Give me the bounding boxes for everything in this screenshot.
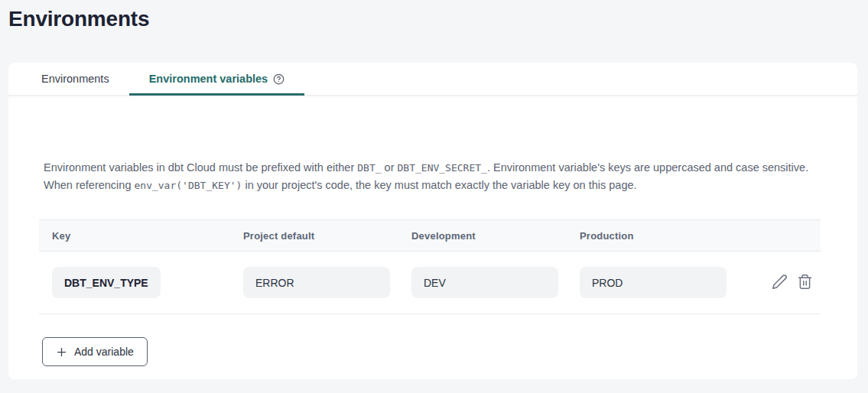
- tab-panel-environment-variables: Environment variables in dbt Cloud must …: [8, 96, 857, 366]
- edit-variable-button[interactable]: [772, 274, 788, 292]
- production-value-pill: PROD: [580, 267, 727, 298]
- add-variable-button[interactable]: Add variable: [42, 337, 148, 366]
- add-variable-label: Add variable: [74, 346, 134, 358]
- code-env-var-example: env_var('DBT_KEY'): [134, 180, 242, 191]
- help-circle-icon[interactable]: [273, 73, 284, 85]
- variable-key-pill: DBT_ENV_TYPE: [52, 267, 161, 298]
- delete-variable-button[interactable]: [797, 274, 813, 292]
- tab-bar: Environments Environment variables: [8, 63, 857, 96]
- header-key: Key: [39, 230, 230, 242]
- code-dbt-env-secret-prefix: DBT_ENV_SECRET_: [398, 162, 487, 174]
- header-project-default: Project default: [230, 230, 398, 242]
- description-part2: or: [382, 161, 398, 174]
- tab-environments[interactable]: Environments: [21, 63, 129, 95]
- pencil-icon: [772, 274, 788, 292]
- table-header-row: Key Project default Development Producti…: [39, 220, 821, 252]
- tab-environment-variables[interactable]: Environment variables: [129, 63, 305, 95]
- header-production: Production: [567, 230, 735, 242]
- environment-variables-table: Key Project default Development Producti…: [39, 219, 821, 314]
- trash-icon: [797, 274, 813, 292]
- tab-environment-variables-label: Environment variables: [149, 73, 268, 85]
- table-row: DBT_ENV_TYPE ERROR DEV PROD: [39, 252, 821, 314]
- description-part4: in your project's code, the key must mat…: [242, 179, 636, 191]
- project-default-value-pill: ERROR: [243, 267, 390, 298]
- tab-environments-label: Environments: [41, 73, 109, 85]
- page-title: Environments: [0, 0, 868, 31]
- plus-icon: [56, 346, 67, 358]
- header-development: Development: [398, 230, 567, 242]
- code-dbt-prefix: DBT_: [357, 162, 381, 174]
- description-text: Environment variables in dbt Cloud must …: [44, 159, 824, 194]
- development-value-pill: DEV: [411, 267, 558, 298]
- environment-variables-card: Environments Environment variables Envir…: [8, 63, 857, 379]
- description-part1: Environment variables in dbt Cloud must …: [44, 161, 357, 174]
